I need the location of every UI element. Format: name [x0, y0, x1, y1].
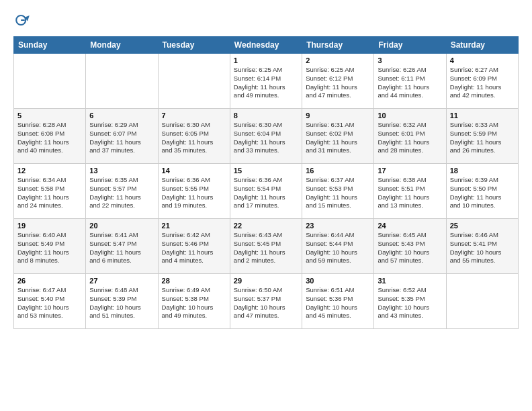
day-number: 6: [89, 111, 154, 120]
day-number: 24: [378, 222, 442, 230]
day-number: 16: [306, 167, 370, 175]
day-info: Sunrise: 6:49 AM Sunset: 5:38 PM Dayligh…: [162, 286, 226, 320]
calendar-cell: 14Sunrise: 6:36 AM Sunset: 5:55 PM Dayli…: [158, 164, 230, 219]
header: [13, 11, 519, 30]
calendar-cell: 23Sunrise: 6:44 AM Sunset: 5:44 PM Dayli…: [302, 219, 374, 274]
day-info: Sunrise: 6:30 AM Sunset: 6:05 PM Dayligh…: [162, 121, 226, 155]
calendar-cell: 15Sunrise: 6:36 AM Sunset: 5:54 PM Dayli…: [230, 164, 302, 219]
day-number: 1: [234, 56, 298, 64]
day-number: 23: [306, 222, 370, 230]
logo-icon: [13, 11, 32, 30]
day-number: 10: [378, 111, 442, 120]
day-info: Sunrise: 6:46 AM Sunset: 5:41 PM Dayligh…: [450, 231, 515, 265]
calendar-cell: 16Sunrise: 6:37 AM Sunset: 5:53 PM Dayli…: [302, 164, 374, 219]
weekday-header-sunday: Sunday: [14, 37, 86, 54]
calendar-cell: 27Sunrise: 6:48 AM Sunset: 5:39 PM Dayli…: [86, 274, 158, 329]
calendar-cell: 28Sunrise: 6:49 AM Sunset: 5:38 PM Dayli…: [158, 274, 230, 329]
day-number: 3: [378, 56, 442, 64]
day-info: Sunrise: 6:34 AM Sunset: 5:58 PM Dayligh…: [17, 176, 82, 210]
calendar-cell: 26Sunrise: 6:47 AM Sunset: 5:40 PM Dayli…: [14, 274, 86, 329]
calendar-cell: 17Sunrise: 6:38 AM Sunset: 5:51 PM Dayli…: [374, 164, 446, 219]
day-info: Sunrise: 6:29 AM Sunset: 6:07 PM Dayligh…: [89, 121, 154, 155]
day-number: 2: [306, 56, 370, 64]
weekday-header-friday: Friday: [374, 37, 446, 54]
day-number: 29: [234, 277, 298, 285]
day-info: Sunrise: 6:37 AM Sunset: 5:53 PM Dayligh…: [306, 176, 370, 210]
weekday-header-monday: Monday: [86, 37, 158, 54]
calendar-table: SundayMondayTuesdayWednesdayThursdayFrid…: [13, 36, 519, 329]
calendar-cell: 5Sunrise: 6:28 AM Sunset: 6:08 PM Daylig…: [14, 109, 86, 164]
day-number: 8: [234, 111, 298, 120]
day-number: 27: [89, 277, 154, 285]
day-number: 30: [306, 277, 370, 285]
day-info: Sunrise: 6:44 AM Sunset: 5:44 PM Dayligh…: [306, 231, 370, 265]
day-number: 4: [450, 56, 515, 64]
calendar-week-2: 5Sunrise: 6:28 AM Sunset: 6:08 PM Daylig…: [14, 109, 519, 164]
day-info: Sunrise: 6:36 AM Sunset: 5:54 PM Dayligh…: [234, 176, 298, 210]
day-number: 19: [17, 222, 82, 230]
day-info: Sunrise: 6:52 AM Sunset: 5:35 PM Dayligh…: [378, 286, 442, 320]
calendar-cell: 7Sunrise: 6:30 AM Sunset: 6:05 PM Daylig…: [158, 109, 230, 164]
weekday-header-tuesday: Tuesday: [158, 37, 230, 54]
day-info: Sunrise: 6:45 AM Sunset: 5:43 PM Dayligh…: [378, 231, 442, 265]
calendar-cell: [446, 274, 518, 329]
calendar-cell: 30Sunrise: 6:51 AM Sunset: 5:36 PM Dayli…: [302, 274, 374, 329]
calendar-cell: 2Sunrise: 6:25 AM Sunset: 6:12 PM Daylig…: [302, 54, 374, 109]
day-number: 7: [162, 111, 226, 120]
day-info: Sunrise: 6:50 AM Sunset: 5:37 PM Dayligh…: [234, 286, 298, 320]
calendar-header: SundayMondayTuesdayWednesdayThursdayFrid…: [14, 37, 519, 54]
calendar-cell: [158, 54, 230, 109]
day-info: Sunrise: 6:43 AM Sunset: 5:45 PM Dayligh…: [234, 231, 298, 265]
day-number: 5: [17, 111, 82, 120]
day-info: Sunrise: 6:25 AM Sunset: 6:12 PM Dayligh…: [306, 66, 370, 100]
day-number: 13: [89, 167, 154, 175]
day-number: 9: [306, 111, 370, 120]
day-number: 11: [450, 111, 515, 120]
day-info: Sunrise: 6:28 AM Sunset: 6:08 PM Dayligh…: [17, 121, 82, 155]
calendar-cell: 13Sunrise: 6:35 AM Sunset: 5:57 PM Dayli…: [86, 164, 158, 219]
day-info: Sunrise: 6:33 AM Sunset: 5:59 PM Dayligh…: [450, 121, 515, 155]
calendar-cell: 18Sunrise: 6:39 AM Sunset: 5:50 PM Dayli…: [446, 164, 518, 219]
calendar-cell: 6Sunrise: 6:29 AM Sunset: 6:07 PM Daylig…: [86, 109, 158, 164]
calendar-week-5: 26Sunrise: 6:47 AM Sunset: 5:40 PM Dayli…: [14, 274, 519, 329]
calendar-cell: 25Sunrise: 6:46 AM Sunset: 5:41 PM Dayli…: [446, 219, 518, 274]
calendar-cell: 10Sunrise: 6:32 AM Sunset: 6:01 PM Dayli…: [374, 109, 446, 164]
day-info: Sunrise: 6:48 AM Sunset: 5:39 PM Dayligh…: [89, 286, 154, 320]
day-number: 18: [450, 167, 515, 175]
day-info: Sunrise: 6:25 AM Sunset: 6:14 PM Dayligh…: [234, 66, 298, 100]
day-number: 25: [450, 222, 515, 230]
day-info: Sunrise: 6:47 AM Sunset: 5:40 PM Dayligh…: [17, 286, 82, 320]
calendar-body: 1Sunrise: 6:25 AM Sunset: 6:14 PM Daylig…: [14, 54, 519, 329]
day-info: Sunrise: 6:31 AM Sunset: 6:02 PM Dayligh…: [306, 121, 370, 155]
calendar-cell: 4Sunrise: 6:27 AM Sunset: 6:09 PM Daylig…: [446, 54, 518, 109]
day-info: Sunrise: 6:51 AM Sunset: 5:36 PM Dayligh…: [306, 286, 370, 320]
day-info: Sunrise: 6:27 AM Sunset: 6:09 PM Dayligh…: [450, 66, 515, 100]
calendar-cell: 9Sunrise: 6:31 AM Sunset: 6:02 PM Daylig…: [302, 109, 374, 164]
calendar-cell: 24Sunrise: 6:45 AM Sunset: 5:43 PM Dayli…: [374, 219, 446, 274]
calendar-week-1: 1Sunrise: 6:25 AM Sunset: 6:14 PM Daylig…: [14, 54, 519, 109]
day-number: 28: [162, 277, 226, 285]
logo: [13, 11, 35, 30]
day-number: 17: [378, 167, 442, 175]
calendar-week-4: 19Sunrise: 6:40 AM Sunset: 5:49 PM Dayli…: [14, 219, 519, 274]
calendar-cell: 29Sunrise: 6:50 AM Sunset: 5:37 PM Dayli…: [230, 274, 302, 329]
day-number: 22: [234, 222, 298, 230]
day-info: Sunrise: 6:32 AM Sunset: 6:01 PM Dayligh…: [378, 121, 442, 155]
day-number: 14: [162, 167, 226, 175]
weekday-header-row: SundayMondayTuesdayWednesdayThursdayFrid…: [14, 37, 519, 54]
calendar-cell: 8Sunrise: 6:30 AM Sunset: 6:04 PM Daylig…: [230, 109, 302, 164]
calendar-cell: 31Sunrise: 6:52 AM Sunset: 5:35 PM Dayli…: [374, 274, 446, 329]
day-number: 15: [234, 167, 298, 175]
day-info: Sunrise: 6:38 AM Sunset: 5:51 PM Dayligh…: [378, 176, 442, 210]
weekday-header-thursday: Thursday: [302, 37, 374, 54]
day-info: Sunrise: 6:42 AM Sunset: 5:46 PM Dayligh…: [162, 231, 226, 265]
calendar-cell: 12Sunrise: 6:34 AM Sunset: 5:58 PM Dayli…: [14, 164, 86, 219]
day-info: Sunrise: 6:35 AM Sunset: 5:57 PM Dayligh…: [89, 176, 154, 210]
calendar-cell: 11Sunrise: 6:33 AM Sunset: 5:59 PM Dayli…: [446, 109, 518, 164]
weekday-header-wednesday: Wednesday: [230, 37, 302, 54]
page-container: SundayMondayTuesdayWednesdayThursdayFrid…: [0, 0, 532, 336]
day-number: 21: [162, 222, 226, 230]
day-info: Sunrise: 6:30 AM Sunset: 6:04 PM Dayligh…: [234, 121, 298, 155]
day-number: 12: [17, 167, 82, 175]
calendar-cell: 20Sunrise: 6:41 AM Sunset: 5:47 PM Dayli…: [86, 219, 158, 274]
